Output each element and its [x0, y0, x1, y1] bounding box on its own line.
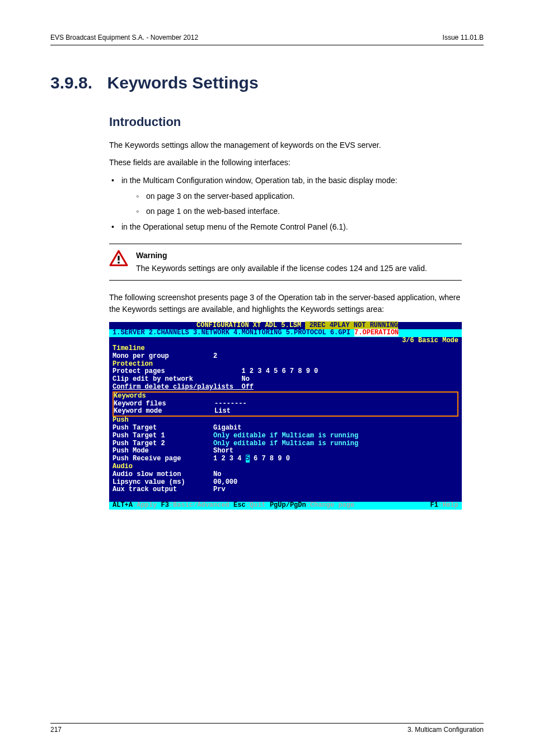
sf-quit: :Quit	[246, 501, 270, 509]
sf-change: :Change page	[306, 501, 354, 509]
content-block: Introduction The Keywords settings allow…	[109, 115, 462, 510]
row-push-recv-sel: 5	[246, 455, 250, 463]
warning-icon	[109, 250, 128, 274]
sf-apply: :Apply	[133, 501, 161, 509]
row-audio-slow: Audio slow motion No	[109, 471, 462, 479]
header-left: EVS Broadcast Equipment S.A. - November …	[50, 34, 198, 41]
header-right: Issue 11.01.B	[443, 34, 484, 41]
sf-esc: Esc	[233, 501, 246, 509]
warning-text: Warning The Keywords settings are only a…	[136, 250, 427, 274]
intro-bullet-1: in the Multicam Configuration window, Op…	[109, 174, 462, 217]
svg-rect-0	[118, 255, 119, 260]
sf-help: :Help	[438, 501, 458, 509]
row-keyword-files: Keyword files --------	[114, 400, 457, 408]
row-protection-hdr: Protection	[109, 361, 462, 368]
row-push-recv-b: 6 7 8 9 0	[250, 455, 290, 463]
intro-heading: Introduction	[109, 115, 462, 129]
row-lipsync: Lipsync value (ms) 00,000	[109, 479, 462, 487]
row-push-t2: Push Target 2 Only editable if Multicam …	[109, 440, 462, 448]
screen-tab-selected: 7.OPERATION	[354, 329, 399, 337]
screen-tabs-left: 1.SERVER 2.CHANNELS 3.NETWORK 4.MONITORI…	[113, 329, 354, 337]
warning-body: The Keywords settings are only available…	[136, 264, 427, 273]
screen-mode-text: 3/6 Basic Mode	[402, 337, 458, 344]
section-number: 3.9.8.	[50, 73, 92, 92]
row-clip-edit: Clip edit by network No	[109, 376, 462, 384]
row-push-recv-a: 1 2 3 4	[213, 455, 246, 463]
intro-bullet-2: in the Operational setup menu of the Rem…	[109, 221, 462, 233]
row-push-target: Push Target Gigabit	[109, 424, 462, 432]
row-confirm-del: Confirm delete clips/playlists Off	[109, 384, 462, 391]
keywords-highlight-box: Keywords Keyword files -------- Keyword …	[113, 391, 458, 417]
screenshot-intro: The following screenshot presents page 3…	[109, 292, 462, 315]
row-audio-hdr: Audio	[109, 463, 462, 471]
row-blank	[109, 494, 462, 502]
row-push-mode: Push Mode Short	[109, 447, 462, 455]
intro-bullet-1b: on page 1 on the web-based interface.	[134, 205, 462, 217]
row-push-hdr: Push	[109, 417, 462, 424]
row-push-recv: Push Receive page 1 2 3 4 5 6 7 8 9 0	[109, 455, 462, 463]
sf-basic: :Basic/Advanced	[169, 501, 233, 509]
sf-pg: PgUp/PgDn	[270, 501, 306, 509]
row-mono: Mono per group 2	[109, 353, 462, 361]
warning-label: Warning	[136, 250, 427, 262]
footer-section: 3. Multicam Configuration	[407, 726, 484, 734]
row-keywords-hdr: Keywords	[114, 393, 457, 400]
intro-bullet-1-text: in the Multicam Configuration window, Op…	[121, 176, 397, 185]
screen-title: CONFIGURATION XT ADL 5.LSM 2REC 4PLAY NO…	[109, 322, 462, 330]
row-protect-pages: Protect pages 1 2 3 4 5 6 7 8 9 0	[109, 368, 462, 376]
sf-f3: F3	[161, 501, 168, 509]
page-number: 217	[50, 726, 62, 734]
screen-title-right: 2REC 4PLAY NOT RUNNING	[305, 321, 398, 329]
page-footer: 217 3. Multicam Configuration	[50, 723, 484, 734]
warning-box: Warning The Keywords settings are only a…	[109, 244, 462, 281]
section-heading: 3.9.8. Keywords Settings	[50, 73, 484, 92]
intro-bullet-1a: on page 3 on the server-based applicatio…	[134, 190, 462, 202]
row-aux-track: Aux track output Prv	[109, 486, 462, 494]
intro-p1: The Keywords settings allow the manageme…	[109, 139, 462, 151]
sf-f1: F1	[430, 501, 438, 509]
screen-footer: ALT+A:Apply F3:Basic/Advanced Esc:Quit P…	[109, 502, 462, 510]
section-title: Keywords Settings	[107, 73, 259, 92]
page-header: EVS Broadcast Equipment S.A. - November …	[50, 34, 484, 45]
row-push-t1: Push Target 1 Only editable if Multicam …	[109, 432, 462, 440]
row-timeline-hdr: Timeline	[109, 345, 462, 353]
intro-p2: These fields are available in the follow…	[109, 157, 462, 169]
terminal-screenshot: CONFIGURATION XT ADL 5.LSM 2REC 4PLAY NO…	[109, 322, 462, 510]
row-push-recv-lbl: Push Receive page	[113, 455, 213, 463]
screen-title-left: CONFIGURATION XT ADL 5.LSM	[196, 321, 305, 329]
svg-rect-1	[118, 262, 119, 263]
screen-mode: 3/6 Basic Mode	[109, 337, 462, 345]
sf-alta: ALT+A	[113, 501, 133, 509]
row-keyword-mode: Keyword mode List	[114, 408, 457, 416]
screen-tabs: 1.SERVER 2.CHANNELS 3.NETWORK 4.MONITORI…	[109, 329, 462, 337]
